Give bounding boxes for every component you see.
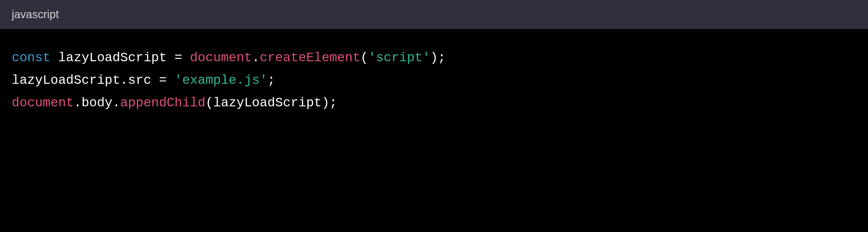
code-block: javascript const lazyLoadScript = docume… (0, 0, 868, 232)
dot: . (74, 95, 81, 110)
object-document: document (190, 50, 252, 65)
code-line-3: document.body.appendChild(lazyLoadScript… (12, 92, 856, 114)
paren-open: ( (206, 95, 213, 110)
language-label: javascript (12, 8, 59, 21)
operator-equals: = (159, 73, 167, 87)
string-example: 'example.js' (175, 73, 268, 87)
paren-open: ( (360, 50, 368, 65)
variable-name: lazyLoadScript (12, 73, 120, 87)
string-script: 'script' (368, 50, 430, 65)
paren-close: ) (430, 50, 438, 65)
variable-name: lazyLoadScript (58, 50, 167, 65)
paren-close: ) (321, 95, 329, 110)
code-line-1: const lazyLoadScript = document.createEl… (12, 47, 856, 69)
dot: . (252, 50, 260, 65)
dot: . (120, 73, 128, 87)
code-line-2: lazyLoadScript.src = 'example.js'; (12, 69, 856, 92)
method-appendChild: appendChild (120, 95, 206, 110)
semicolon: ; (267, 73, 275, 87)
semicolon: ; (438, 50, 445, 65)
method-createElement: createElement (260, 50, 360, 65)
code-header: javascript (0, 0, 868, 29)
property-body: body (82, 95, 113, 110)
dot: . (113, 95, 120, 110)
variable-arg: lazyLoadScript (213, 95, 322, 110)
code-content[interactable]: const lazyLoadScript = document.createEl… (0, 29, 868, 232)
object-document: document (12, 95, 74, 110)
keyword-const: const (12, 50, 51, 65)
semicolon: ; (330, 95, 337, 110)
operator-equals: = (175, 50, 182, 65)
property-src: src (128, 73, 151, 87)
